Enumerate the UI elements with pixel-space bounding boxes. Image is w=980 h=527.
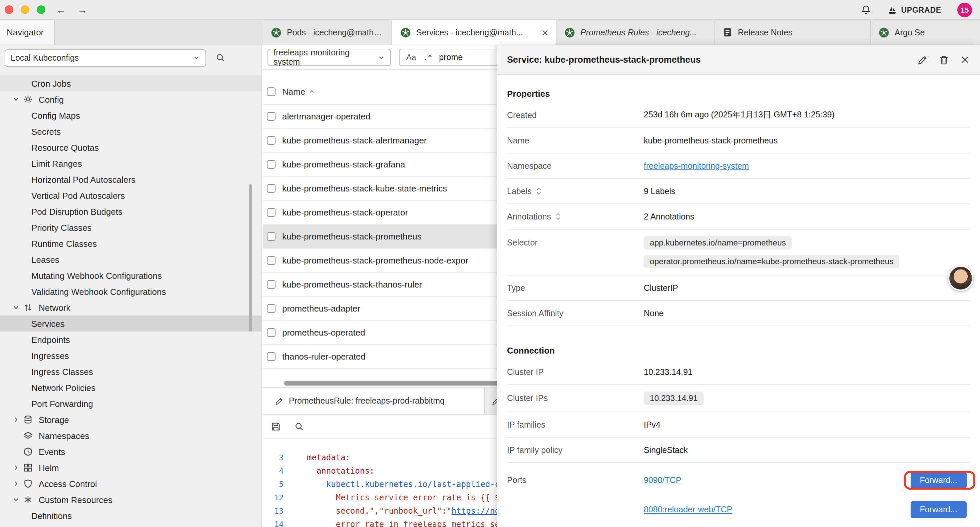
chevron-right-icon[interactable] [12, 416, 21, 424]
sidebar-search-icon[interactable] [215, 53, 226, 63]
sidebar-item-namespaces[interactable]: Namespaces [0, 428, 261, 444]
sidebar-toolbar: Local Kubeconfigs [0, 45, 261, 70]
delete-icon[interactable] [939, 54, 949, 65]
sidebar-item-secrets[interactable]: Secrets [0, 123, 261, 139]
window-zoom-button[interactable] [37, 5, 45, 14]
sidebar-item-runtime-classes[interactable]: Runtime Classes [0, 236, 261, 252]
sort-asc-icon [308, 88, 315, 96]
kubeconfig-select[interactable]: Local Kubeconfigs [5, 49, 206, 66]
notification-count-badge[interactable]: 15 [957, 3, 972, 18]
sidebar-item-label: Custom Resources [39, 495, 112, 505]
sidebar-item-network[interactable]: Network [0, 299, 261, 315]
sidebar-item-services[interactable]: Services [0, 315, 261, 331]
save-icon[interactable] [271, 422, 281, 431]
row-checkbox[interactable] [267, 328, 275, 337]
detail-drawer: Service: kube-prometheus-stack-prometheu… [497, 45, 980, 527]
forward-button[interactable]: Forward... [910, 501, 967, 518]
back-button[interactable]: ← [56, 5, 66, 15]
user-avatar[interactable] [948, 266, 973, 291]
line-number: 5 [263, 478, 283, 491]
sidebar-item-limit-ranges[interactable]: Limit Ranges [0, 155, 261, 172]
regex-toggle[interactable]: .* [423, 53, 432, 62]
sidebar-item-validating-webhook-configurations[interactable]: Validating Webhook Configurations [0, 283, 261, 299]
sidebar-item-ingresses[interactable]: Ingresses [0, 347, 261, 363]
row-name: kube-prometheus-stack-grafana [282, 159, 405, 169]
sidebar-item-leases[interactable]: Leases [0, 252, 261, 267]
expand-toggle-icon[interactable] [555, 212, 561, 221]
namespace-select-value: freeleaps-monitoring-system [274, 48, 378, 67]
editor-search-icon[interactable] [294, 422, 304, 431]
sidebar-item-cron-jobs[interactable]: Cron Jobs [0, 75, 261, 91]
sidebar-item-events[interactable]: Events [0, 444, 261, 460]
sidebar-item-pod-disruption-budgets[interactable]: Pod Disruption Budgets [0, 204, 261, 220]
sidebar-item-port-forwarding[interactable]: Port Forwarding [0, 396, 261, 412]
namespace-select[interactable]: freeleaps-monitoring-system [267, 49, 391, 66]
sidebar-item-vertical-pod-autoscalers[interactable]: Vertical Pod Autoscalers [0, 188, 261, 204]
sidebar-scrollbar[interactable] [249, 184, 252, 331]
tab-pods-icecheng-mathmas[interactable]: Pods - icecheng@mathmas... [263, 20, 392, 45]
namespace-link[interactable]: freeleaps-monitoring-system [644, 161, 749, 170]
row-checkbox[interactable] [267, 256, 275, 265]
editor-tab[interactable]: PrometheusRule: freeleaps-prod-rabbitmq [263, 388, 485, 414]
tab-prometheus-rules-icecheng[interactable]: Prometheus Rules - icecheng... [556, 20, 714, 45]
sidebar-item-resource-quotas[interactable]: Resource Quotas [0, 139, 261, 155]
sidebar-item-mutating-webhook-configurations[interactable]: Mutating Webhook Configurations [0, 267, 261, 283]
row-checkbox[interactable] [267, 232, 275, 241]
code-token: annotations: [317, 466, 374, 476]
detail-value: 2 Annotations [644, 212, 970, 221]
forward-button[interactable]: → [77, 5, 88, 15]
edit-icon[interactable] [917, 54, 928, 65]
chevron-right-icon[interactable] [12, 463, 21, 471]
sidebar-item-label: Limit Ranges [31, 158, 82, 169]
sidebar-item-ingress-classes[interactable]: Ingress Classes [0, 363, 261, 380]
sidebar-item-label: Pod Disruption Budgets [31, 207, 123, 217]
forward-button[interactable]: Forward... [910, 471, 967, 489]
tab-release-notes[interactable]: Release Notes [714, 20, 870, 45]
code-token: metadata: [307, 453, 350, 462]
chevron-down-icon [193, 54, 200, 61]
chevron-down-icon[interactable] [12, 304, 21, 312]
notifications-bell-icon[interactable] [860, 5, 871, 15]
column-header-name[interactable]: Name [282, 87, 305, 97]
row-checkbox[interactable] [267, 352, 275, 361]
tab-close-icon[interactable] [541, 29, 549, 37]
close-icon[interactable] [960, 55, 970, 65]
sidebar-item-priority-classes[interactable]: Priority Classes [0, 220, 261, 236]
row-name: prometheus-adapter [282, 304, 360, 314]
upgrade-button[interactable]: UPGRADE [887, 5, 941, 15]
tab-services-icecheng-math[interactable]: Services - icecheng@math... [392, 20, 556, 45]
sidebar-item-config[interactable]: Config [0, 91, 261, 107]
window-minimize-button[interactable] [21, 5, 29, 14]
row-checkbox[interactable] [267, 208, 275, 217]
select-all-checkbox[interactable] [267, 88, 275, 96]
value-badge: operator.prometheus.io/name=kube-prometh… [644, 255, 900, 268]
expand-toggle-icon[interactable] [536, 187, 542, 196]
row-checkbox[interactable] [267, 112, 275, 121]
code-token: kubectl.kubernetes.io/last-applied-co [326, 480, 505, 489]
sidebar-item-helm[interactable]: Helm [0, 460, 261, 476]
sidebar-item-endpoints[interactable]: Endpoints [0, 331, 261, 347]
sidebar-item-network-policies[interactable]: Network Policies [0, 380, 261, 396]
sidebar-item-storage[interactable]: Storage [0, 412, 261, 428]
sidebar-item-access-control[interactable]: Access Control [0, 476, 261, 492]
sidebar-item-definitions[interactable]: Definitions [0, 508, 261, 524]
row-checkbox[interactable] [267, 160, 275, 169]
row-checkbox[interactable] [267, 304, 275, 313]
sidebar-item-custom-resources[interactable]: Custom Resources [0, 492, 261, 508]
port-link[interactable]: 8080:reloader-web/TCP [644, 505, 732, 514]
window-close-button[interactable] [5, 5, 13, 14]
row-checkbox[interactable] [267, 280, 275, 289]
detail-row-created: Created253d 16h 6m ago (2025年1月13日 GMT+8… [507, 103, 970, 128]
row-name: kube-prometheus-stack-operator [282, 207, 408, 218]
sidebar-item-horizontal-pod-autoscalers[interactable]: Horizontal Pod Autoscalers [0, 172, 261, 188]
match-case-toggle[interactable]: Aa [406, 53, 416, 62]
row-checkbox[interactable] [267, 184, 275, 193]
sidebar-item-config-maps[interactable]: Config Maps [0, 107, 261, 123]
chevron-down-icon[interactable] [12, 496, 21, 504]
port-link[interactable]: 9090/TCP [644, 476, 681, 485]
chevron-down-icon[interactable] [12, 96, 21, 103]
sidebar-item-label: Ingress Classes [31, 366, 93, 377]
chevron-right-icon[interactable] [12, 480, 21, 488]
row-checkbox[interactable] [267, 136, 275, 145]
tab-argo-se[interactable]: Argo Se [870, 20, 980, 45]
